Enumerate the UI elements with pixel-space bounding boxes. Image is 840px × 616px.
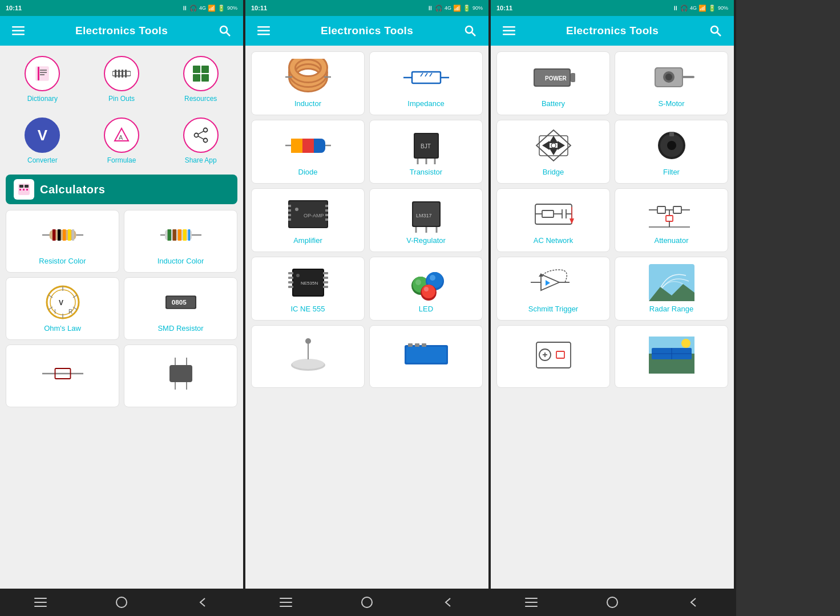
menu-item-shareapp[interactable]: Share App xyxy=(164,113,237,169)
nav-menu-1[interactable] xyxy=(34,596,47,609)
svg-text:NE535N: NE535N xyxy=(301,281,318,286)
media-icon-3: ⏸ xyxy=(672,5,679,11)
svg-rect-75 xyxy=(257,34,270,35)
attenuator-label: Attenuator xyxy=(655,236,689,245)
svg-marker-172 xyxy=(536,130,571,161)
calc-item-inductor-color[interactable]: Inductor Color xyxy=(124,210,237,273)
comp-item-ac-network[interactable]: AC Network xyxy=(496,188,610,252)
search-button-3[interactable] xyxy=(705,21,726,41)
svg-line-24 xyxy=(198,131,203,134)
svg-rect-210 xyxy=(556,351,564,358)
nav-home-1[interactable] xyxy=(115,596,128,609)
svg-point-160 xyxy=(711,26,718,33)
comp-item-transistor[interactable]: BJT Transistor xyxy=(369,120,483,184)
comp-item-circuit[interactable] xyxy=(496,325,610,388)
comp-item-radar[interactable]: Radar Range xyxy=(615,257,728,321)
svg-rect-125 xyxy=(288,272,293,274)
time-1: 10:11 xyxy=(6,5,22,11)
smd-resistor-label: SMD Resistor xyxy=(158,324,203,333)
menu-button-1[interactable] xyxy=(8,21,29,41)
shareapp-circle xyxy=(183,117,219,153)
comp-item-diode[interactable]: Diode xyxy=(251,120,365,184)
attenuator-img xyxy=(649,196,694,233)
comp-item-s-motor[interactable]: S-Motor xyxy=(615,51,728,115)
comp-item-amplifier[interactable]: OP-AMP Amplifier xyxy=(251,188,365,252)
menu-item-dictionary[interactable]: Dictionary xyxy=(6,51,79,107)
svg-point-156 xyxy=(362,597,372,607)
menu-item-formulae[interactable]: A Formulae xyxy=(85,113,159,169)
svg-rect-73 xyxy=(257,26,270,28)
svg-rect-94 xyxy=(291,139,297,153)
comp-item-filter[interactable]: Filter xyxy=(615,120,728,184)
battery-pct-3: 90% xyxy=(718,5,728,11)
svg-rect-27 xyxy=(19,185,23,188)
content-1: Dictionary Pin Outs Resources V xyxy=(0,46,243,589)
battery-icon: 🔋 xyxy=(217,5,225,12)
app-bar-2: Electronics Tools xyxy=(245,16,488,46)
resources-circle xyxy=(183,56,219,91)
nav-back-1[interactable] xyxy=(196,596,209,609)
svg-rect-36 xyxy=(63,229,66,241)
comp-item-solar[interactable] xyxy=(615,325,728,388)
svg-point-133 xyxy=(296,274,300,277)
calc-item-partial2[interactable] xyxy=(124,345,237,407)
svg-rect-181 xyxy=(669,132,674,136)
comp-item-bridge[interactable]: Bridge xyxy=(496,120,610,184)
svg-line-89 xyxy=(425,73,427,76)
search-button-2[interactable] xyxy=(460,21,480,41)
svg-line-161 xyxy=(717,33,721,36)
comp-item-impedance[interactable]: Impedance xyxy=(369,51,483,115)
calc-items-grid: Resistor Color Inductor Col xyxy=(6,210,237,407)
nav-back-2[interactable] xyxy=(442,596,454,609)
nav-back-3[interactable] xyxy=(687,596,700,609)
nav-menu-3[interactable] xyxy=(525,596,538,609)
menu-button-2[interactable] xyxy=(253,21,274,41)
calc-item-ohms-law[interactable]: V I R Ohm's Law xyxy=(6,277,119,340)
headphone-icon-2: 🎧 xyxy=(435,5,443,12)
svg-rect-34 xyxy=(52,229,55,241)
comp-item-inductor[interactable]: Inductor xyxy=(251,51,365,115)
comp-item-battery[interactable]: POWER Battery xyxy=(496,51,610,115)
calc-item-partial1[interactable] xyxy=(6,345,119,407)
svg-marker-175 xyxy=(542,141,550,150)
solar-img xyxy=(649,337,694,374)
formulae-circle: A xyxy=(104,117,139,153)
calc-item-smd-resistor[interactable]: 0805 SMD Resistor xyxy=(124,277,237,340)
svg-rect-111 xyxy=(325,205,328,207)
comp-item-v-regulator[interactable]: LM317 V-Regulator xyxy=(369,188,483,252)
comp-item-satellite[interactable] xyxy=(251,325,365,388)
svg-rect-30 xyxy=(23,189,25,191)
amplifier-label: Amplifier xyxy=(293,236,322,245)
comp-item-arduino[interactable] xyxy=(369,325,483,388)
nav-home-3[interactable] xyxy=(606,596,619,609)
svg-rect-43 xyxy=(172,229,176,241)
svg-point-22 xyxy=(194,133,198,137)
menu-button-3[interactable] xyxy=(499,21,519,41)
nav-home-2[interactable] xyxy=(361,596,373,609)
svg-rect-153 xyxy=(280,598,292,599)
svg-rect-35 xyxy=(58,229,60,241)
comp-item-led[interactable]: LED xyxy=(369,257,483,321)
calculators-button[interactable]: Calculators xyxy=(6,175,237,204)
calc-item-resistor-color[interactable]: Resistor Color xyxy=(6,210,119,273)
comp-item-attenuator[interactable]: Attenuator xyxy=(615,188,728,252)
svg-rect-64 xyxy=(169,365,192,382)
comp-item-ic555[interactable]: NE535N IC NE 555 xyxy=(251,257,365,321)
menu-item-pinouts[interactable]: Pin Outs xyxy=(85,51,159,107)
svg-line-4 xyxy=(227,33,230,36)
radar-img xyxy=(649,264,694,301)
menu-item-converter[interactable]: V Converter xyxy=(6,113,79,169)
svg-rect-155 xyxy=(280,606,292,607)
comp-item-schmitt[interactable]: Schmitt Trigger xyxy=(496,257,610,321)
dictionary-circle xyxy=(25,56,60,91)
time-3: 10:11 xyxy=(496,5,512,11)
svg-point-147 xyxy=(305,338,311,344)
svg-rect-96 xyxy=(314,139,320,153)
search-button-1[interactable] xyxy=(215,21,235,41)
svg-point-169 xyxy=(665,74,672,80)
nav-menu-2[interactable] xyxy=(280,596,292,609)
resistor-color-img xyxy=(42,218,83,252)
menu-item-resources[interactable]: Resources xyxy=(164,51,237,107)
schmitt-label: Schmitt Trigger xyxy=(528,305,578,313)
svg-rect-127 xyxy=(288,281,293,283)
